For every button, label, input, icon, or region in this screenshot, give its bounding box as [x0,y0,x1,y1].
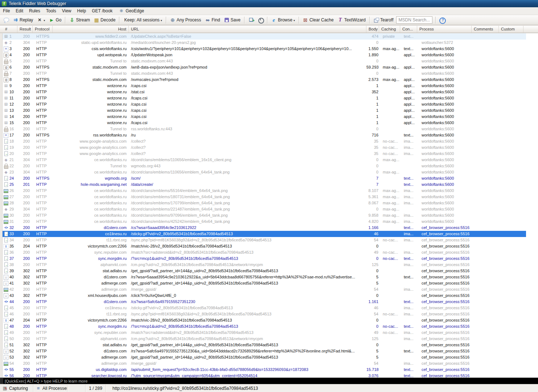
menu-rules[interactable]: Rules [26,7,43,15]
dropdown-arrow-icon[interactable] [42,17,45,23]
session-row[interactable]: 21304HTTPce.worldoftanks.ru/dcont/clans/… [3,157,526,163]
session-row[interactable]: 46200HTTPt11.rbnt.org/sync.php?pid=mf81K… [3,311,526,317]
session-row[interactable]: 3200HTTPcsis.worldoftanks.ru/csis/wotru1… [3,46,526,52]
col-header-process[interactable]: Process [417,26,472,33]
session-row[interactable]: 18200HTTPwww.google-analytics.com/collec… [3,138,526,144]
session-row[interactable]: 16200HTTPTunnel torss.worldoftanks.ru:44… [3,126,526,132]
menu-file[interactable]: File [0,7,13,15]
session-row[interactable]: 53302HTTPadlmerge.com/get_gpsid/?adl_par… [3,354,526,360]
session-row[interactable]: 38200HTTPalphamrkt.com/cm.png?uid=v2_80b… [3,262,526,268]
session-row[interactable]: 54200HTTPadlmerge.com/merge_gpsid/54ima.… [3,360,526,367]
session-row[interactable]: 43302HTTPxml.houseofpubs.com/click?i=0uX… [3,293,526,299]
menu-tools[interactable]: Tools [43,7,59,15]
session-row[interactable]: 26200HTTPce.worldoftanks.ru/dcont/clans/… [3,188,526,194]
session-row[interactable]: 27200HTTPce.worldoftanks.ru/dcont/clans/… [3,194,526,200]
session-row[interactable]: 25201HTTPhole-mods.wargaming.net/data/cr… [3,181,526,188]
capturing-indicator[interactable]: Capturing [0,384,33,392]
session-row[interactable]: 4200HTTPupd.wotspeak.ru/UpdaterWotspeak.… [3,52,526,58]
session-row[interactable]: 13200HTTPwotzone.ru/caps.csi1appl...worl… [3,107,526,114]
session-row[interactable]: 49200HTTPsync.republer.com/match?src=ads… [3,330,526,336]
dropdown-arrow-icon[interactable] [160,17,162,23]
replay-button[interactable]: Replay [11,16,34,24]
comment-button[interactable] [2,16,11,24]
session-row[interactable]: 42200HTTPadlmerge.com/merge_gpsid/54ima.… [3,286,526,293]
session-row[interactable]: 34200HTTPt11.rbnt.org/sync.php?pid=mf81K… [3,237,526,243]
session-row[interactable]: 19200HTTPwww.google-analytics.com/collec… [3,144,526,151]
textwizard-button[interactable]: TextWizard [336,16,367,24]
session-row[interactable]: 55200HTTPus.digitaldsp.com/api/submit_fo… [3,367,526,373]
remove-x-button[interactable] [35,16,46,24]
session-row[interactable]: 8200HTTPSstatic.modxvm.com/xvmscales.jso… [3,77,526,83]
session-row[interactable]: 15200HTTPwotzone.ru/lcaps.csi1appl...wor… [3,120,526,126]
session-row[interactable]: 2304HTTPstatic-upd.worldoftanks.ru/media… [3,40,526,46]
session-row[interactable]: 39302HTTPstat.adlabs.ru/get_gpsid/?adl_p… [3,268,526,274]
menu-get-book[interactable]: GET /book [89,7,115,15]
session-row[interactable]: 30200HTTPce.worldoftanks.ru/dcont/clans/… [3,212,526,219]
session-row[interactable]: 51302HTTPstat.adlabs.ru/get_gpsid/?adl_p… [3,342,526,348]
menu-view[interactable]: View [59,7,74,15]
session-row[interactable]: 28200HTTPce.worldoftanks.ru/dcont/clans/… [3,200,526,206]
session-row[interactable]: 48200HTTPsync.morgdm.ru/?src=mcp1&uid=v2… [3,323,526,330]
col-header-host[interactable]: Host [53,26,129,33]
find-button[interactable]: Find [203,16,221,24]
session-row[interactable]: 36200HTTPsync.republer.com/match?src=ads… [3,249,526,256]
dropdown-arrow-icon[interactable] [292,17,295,23]
col-header-num[interactable]: # [0,26,17,33]
session-row[interactable]: 41302HTTPadlmerge.com/get_gpsid/?adl_par… [3,280,526,286]
session-row[interactable]: 17200HTTPSrss.worldoftanks.ru/ru716text.… [3,132,526,138]
session-row[interactable]: 32200HTTPdi1stero.com/cs?wsa=5aaad3954c9… [3,225,526,231]
col-header-result[interactable]: Result [17,26,33,33]
save-button[interactable]: Save [222,16,242,24]
session-row[interactable]: 9200HTTPwotzone.ru/caps.csi1appl...world… [3,83,526,89]
timer-button[interactable] [256,16,265,24]
session-row[interactable]: 33200HTTPco1linesu.ru/sticky.gif?vid=v2_… [3,231,526,237]
col-header-caching[interactable]: Caching [379,26,400,33]
session-row[interactable]: 24200HTTPSwgmods.org/scm/7text...worldof… [3,175,526,181]
session-row[interactable]: 22200HTTPTunnel towgmods.org:4430worldof… [3,163,526,169]
browse-button[interactable]: Browse [270,16,296,24]
session-row[interactable]: 50200HTTPalphamrkt.com/cm.png?uid=v2_80b… [3,336,526,342]
session-row[interactable]: 14200HTTPwotzone.ru/caps.csi1appl...worl… [3,114,526,120]
clear-cache-button[interactable]: Clear Cache [301,16,335,24]
session-row[interactable]: 35204HTTPvictorymtch.com:2266/match/vic-… [3,243,526,249]
session-row[interactable]: 29304HTTPce.worldoftanks.ru/dcont/clans/… [3,206,526,212]
go-button[interactable]: Go [47,16,63,24]
session-row[interactable]: 23304HTTPce.worldoftanks.ru/dcont/clans/… [3,169,526,175]
session-row[interactable]: 10200HTTPwotzone.ru/stat.csi352appl...wo… [3,89,526,95]
session-row[interactable]: 45200HTTPco1linesu.ru/sticky.gif?vid=v2_… [3,305,526,311]
help-button[interactable] [438,16,447,24]
session-row[interactable]: 56200HTTPsearcher.ilowcost.ru/?utm_sourc… [3,373,526,377]
quickexec-bar[interactable]: [QuickExec] ALT+Q > type HELP to learn m… [0,377,538,384]
col-header-url[interactable]: URL [129,26,366,33]
session-row[interactable]: 5200HTTPTunnel tostatic.modxvm.com:4430w… [3,58,526,64]
keep-all-sessions-button[interactable]: Keep: All sessions [122,16,163,24]
process-filter[interactable]: All Processes [33,384,67,392]
session-row[interactable]: 1200HTTPSwww.fiddler2.com/UpdateCheck.as… [3,33,526,40]
col-header-body[interactable]: Body [366,26,379,33]
session-row[interactable]: 44200HTTPdi1stero.com/cs?wsa=5afc6a49791… [3,299,526,305]
tearoff-button[interactable]: Tearoff [372,16,395,24]
menu-geoedge[interactable]: GeoEdge [115,7,147,15]
menu-edit[interactable]: Edit [13,7,26,15]
any-process-button[interactable]: Any Process [168,16,202,24]
col-header-protocol[interactable]: Protocol [33,26,53,33]
col-header-custom[interactable]: Custom [499,26,523,33]
session-row[interactable]: 20200HTTPwww.google-analytics.com/collec… [3,151,526,157]
session-row[interactable]: 31200HTTPce.worldoftanks.ru/dcont/clans/… [3,219,526,225]
session-row[interactable]: 37200HTTPsync.morgdm.ru/?src=mcp1&uid=v2… [3,256,526,262]
decode-button[interactable]: Decode [92,16,117,24]
session-row[interactable]: 12200HTTPwotzone.ru/caps.csi1appl...worl… [3,101,526,107]
screenshot-button[interactable] [247,16,255,24]
session-row[interactable]: 7200HTTPTunnel tostatic.modxvm.com:4430w… [3,70,526,77]
menu-help[interactable]: Help [74,7,89,15]
msdn-search-input[interactable] [396,16,432,24]
col-header-comments[interactable]: Comments [472,26,499,33]
session-list[interactable]: 1200HTTPSwww.fiddler2.com/UpdateCheck.as… [0,33,538,377]
session-row[interactable]: 40302HTTPdi1stero.com/rs?wsa=5aaad3954c9… [3,274,526,280]
stream-button[interactable]: Stream [67,16,91,24]
col-header-con[interactable]: Con... [400,26,417,33]
session-row[interactable]: 11200HTTPwotzone.ru/lcaps.csi1appl...wor… [3,95,526,101]
session-row[interactable]: 52302HTTPdi1stero.com/rs?wsa=5afc6a49791… [3,348,526,354]
session-row[interactable]: 47204HTTPvictorymtch.com:2266/match/vic-… [3,317,526,323]
session-row[interactable]: 6200HTTPSstatic.modxvm.com/wn8-data-exp/… [3,64,526,70]
